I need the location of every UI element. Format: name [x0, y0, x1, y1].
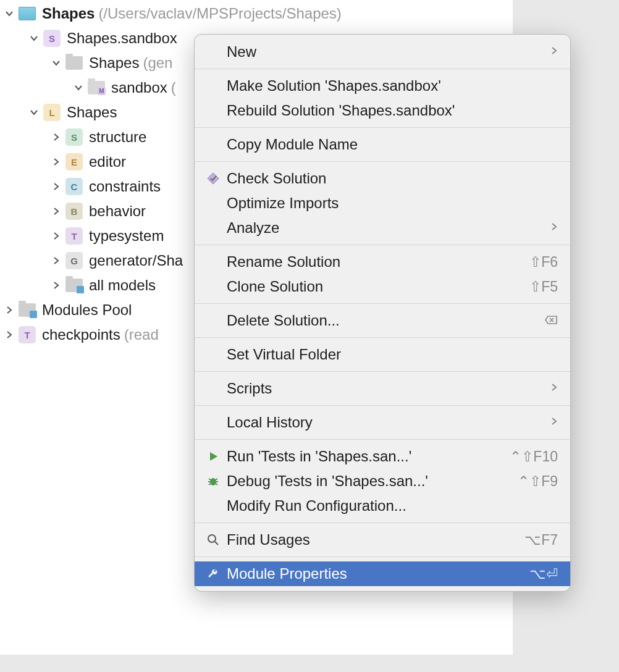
folder-icon: [65, 56, 83, 70]
menu-label: Optimize Imports: [227, 195, 558, 212]
svg-point-7: [208, 535, 216, 542]
tree-label: structure: [89, 128, 146, 146]
collapse-arrow-icon[interactable]: [47, 132, 65, 142]
menu-debug[interactable]: Debug 'Tests in 'Shapes.san...' ⌃⇧F9: [195, 469, 570, 494]
checkpoints-icon: T: [19, 326, 36, 343]
chevron-right-icon: [550, 382, 558, 395]
menu-setfolder[interactable]: Set Virtual Folder: [195, 342, 570, 367]
menu-rename[interactable]: Rename Solution ⇧F6: [195, 250, 570, 274]
bug-icon: [203, 475, 223, 487]
menu-separator: [195, 245, 570, 245]
chevron-right-icon: [550, 416, 558, 429]
menu-separator: [195, 439, 570, 440]
menu-delete[interactable]: Delete Solution...: [195, 308, 570, 333]
run-icon: [203, 451, 223, 462]
tree-label: typesystem: [89, 227, 164, 245]
all-models-icon: [65, 279, 83, 292]
menu-separator: [195, 69, 570, 69]
menu-label: Local History: [227, 414, 550, 431]
menu-analyze[interactable]: Analyze: [195, 216, 570, 240]
menu-label: New: [227, 43, 550, 61]
menu-label: Delete Solution...: [227, 312, 544, 329]
modules-pool-icon: [19, 303, 36, 317]
menu-separator: [195, 523, 570, 523]
generator-icon: G: [65, 252, 83, 269]
constraints-icon: C: [65, 178, 83, 195]
menu-separator: [195, 127, 570, 128]
menu-label: Module Properties: [227, 565, 529, 582]
solution-icon: S: [43, 30, 61, 47]
menu-label: Set Virtual Folder: [227, 346, 558, 363]
menu-scripts[interactable]: Scripts: [195, 376, 570, 401]
menu-clone[interactable]: Clone Solution ⇧F5: [195, 274, 570, 299]
svg-point-0: [210, 478, 216, 485]
tree-label: sandbox: [111, 79, 167, 96]
collapse-arrow-icon[interactable]: [47, 231, 65, 241]
menu-shortcut: ⇧F6: [529, 254, 558, 271]
delete-key-icon: [544, 313, 558, 329]
menu-shortcut: ⇧F5: [529, 279, 558, 295]
tree-label: Shapes: [89, 54, 139, 72]
menu-new[interactable]: New: [195, 40, 570, 64]
tree-note: (gen: [143, 54, 172, 72]
tree-label: Modules Pool: [42, 301, 132, 319]
tree-label: Shapes.sandbox: [67, 30, 177, 47]
tree-label: constraints: [89, 178, 161, 195]
svg-line-3: [209, 479, 211, 480]
tree-label: Shapes: [67, 104, 117, 121]
menu-separator: [195, 405, 570, 406]
menu-label: Run 'Tests in 'Shapes.san...': [227, 448, 510, 465]
context-menu: New Make Solution 'Shapes.sandbox' Rebui…: [194, 34, 571, 592]
tree-note: (: [171, 79, 176, 96]
chevron-right-icon: [550, 46, 558, 59]
menu-label: Find Usages: [227, 531, 524, 548]
menu-find-usages[interactable]: Find Usages ⌥F7: [195, 527, 570, 552]
collapse-arrow-icon[interactable]: [0, 330, 19, 340]
menu-modify-run[interactable]: Modify Run Configuration...: [195, 494, 570, 518]
menu-check[interactable]: Check Solution: [195, 166, 570, 191]
menu-separator: [195, 337, 570, 338]
menu-separator: [195, 161, 570, 162]
check-icon: [203, 172, 223, 185]
chevron-right-icon: [550, 222, 558, 235]
tree-label: generator/Sha: [89, 252, 183, 269]
behavior-icon: B: [65, 203, 83, 220]
tree-label: all models: [89, 277, 156, 294]
menu-history[interactable]: Local History: [195, 410, 570, 435]
tree-label: behavior: [89, 203, 146, 220]
menu-make[interactable]: Make Solution 'Shapes.sandbox': [195, 74, 570, 98]
menu-shortcut: ⌃⇧F9: [518, 473, 558, 490]
menu-module-properties[interactable]: Module Properties ⌥⏎: [195, 561, 570, 586]
expand-arrow-icon[interactable]: [25, 33, 43, 43]
menu-label: Rebuild Solution 'Shapes.sandbox': [227, 102, 558, 119]
editor-icon: E: [65, 153, 83, 170]
model-folder-icon: M: [88, 81, 105, 94]
menu-run[interactable]: Run 'Tests in 'Shapes.san...' ⌃⇧F10: [195, 444, 570, 469]
project-icon: [19, 7, 36, 20]
expand-arrow-icon[interactable]: [25, 107, 43, 117]
collapse-arrow-icon[interactable]: [47, 157, 65, 167]
search-icon: [203, 534, 223, 546]
menu-rebuild[interactable]: Rebuild Solution 'Shapes.sandbox': [195, 98, 570, 123]
tree-label: checkpoints: [42, 326, 120, 343]
menu-copy-name[interactable]: Copy Module Name: [195, 132, 570, 157]
collapse-arrow-icon[interactable]: [47, 206, 65, 216]
expand-arrow-icon[interactable]: [69, 83, 88, 93]
menu-label: Modify Run Configuration...: [227, 497, 558, 514]
menu-separator: [195, 556, 570, 557]
tree-root-row[interactable]: Shapes (/Users/vaclav/MPSProjects/Shapes…: [0, 1, 513, 26]
collapse-arrow-icon[interactable]: [47, 256, 65, 266]
collapse-arrow-icon[interactable]: [0, 305, 19, 315]
menu-label: Scripts: [227, 380, 550, 397]
menu-shortcut: ⌥⏎: [529, 566, 558, 582]
typesystem-icon: T: [65, 227, 83, 245]
svg-line-4: [216, 479, 217, 480]
collapse-arrow-icon[interactable]: [47, 182, 65, 191]
collapse-arrow-icon[interactable]: [47, 280, 65, 290]
language-icon: L: [43, 104, 61, 121]
tree-label: Shapes: [42, 5, 95, 22]
expand-arrow-icon[interactable]: [0, 9, 19, 19]
menu-separator: [195, 303, 570, 304]
expand-arrow-icon[interactable]: [47, 58, 65, 68]
menu-optimize[interactable]: Optimize Imports: [195, 191, 570, 216]
